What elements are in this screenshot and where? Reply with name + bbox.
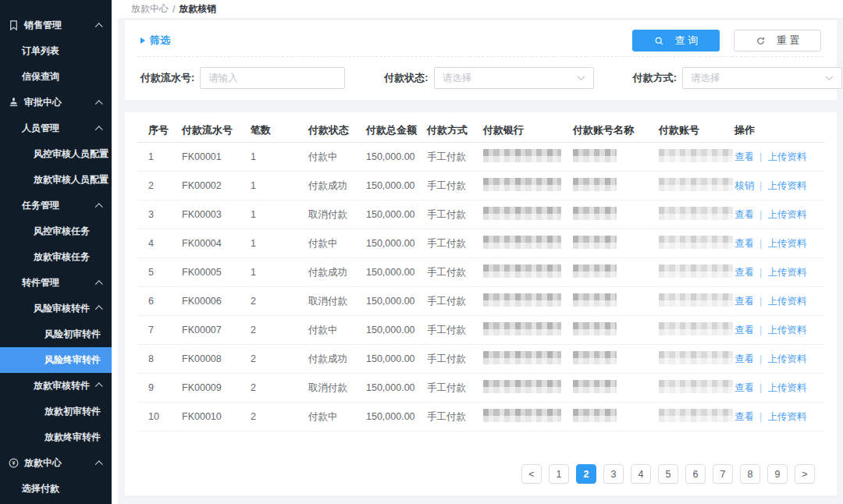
action-link[interactable]: 上传资料	[767, 237, 806, 250]
page-button[interactable]: 1	[549, 464, 569, 484]
action-link[interactable]: 查看	[735, 353, 754, 366]
masked-bank-value	[483, 409, 561, 422]
sidebar-item[interactable]: 风险初审转件	[0, 321, 112, 347]
cell-count: 2	[251, 382, 308, 393]
cell-actions: 查看|上传资料	[735, 237, 825, 250]
masked-account-value	[659, 236, 733, 249]
action-link[interactable]: 查看	[735, 237, 754, 250]
payment-method-placeholder: 请选择	[691, 72, 720, 85]
table-row: 2FK000021付款成功150,000.00手工付款核销|上传资料	[137, 172, 825, 201]
payment-method-select[interactable]: 请选择	[682, 67, 842, 89]
cell-count: 1	[251, 180, 308, 191]
sidebar-item[interactable]: 放款审核转件	[0, 373, 112, 399]
action-link[interactable]: 查看	[735, 295, 754, 308]
sidebar-item[interactable]: 订单列表	[0, 38, 112, 64]
sidebar-item[interactable]: 放款终审转件	[0, 424, 112, 450]
payment-serial-input[interactable]	[208, 68, 336, 88]
app-window: 销售管理订单列表信保查询审批中心人员管理风控审核人员配置放款审核人员配置任务管理…	[0, 0, 843, 504]
masked-account-value	[659, 380, 733, 393]
reset-button[interactable]: 重 置	[734, 30, 821, 51]
sidebar-item[interactable]: 信保查询	[0, 64, 112, 90]
action-link[interactable]: 上传资料	[767, 324, 806, 337]
action-link[interactable]: 查看	[735, 266, 754, 279]
coin-icon: ¥	[8, 457, 20, 469]
cell-serial: FK00007	[182, 325, 251, 335]
cell-amount: 150,000.00	[366, 151, 427, 162]
query-button[interactable]: 查 询	[632, 30, 720, 51]
cell-status: 付款成功	[308, 179, 366, 193]
action-link[interactable]: 查看	[735, 410, 754, 424]
sidebar-item[interactable]: 风控审核任务	[0, 218, 112, 244]
cell-status: 付款中	[308, 410, 366, 424]
action-link[interactable]: 上传资料	[767, 151, 806, 164]
sidebar-item[interactable]: 放款初审转件	[0, 399, 112, 424]
payment-serial-input-wrap	[200, 67, 345, 89]
column-header: 付款账号名称	[573, 123, 659, 137]
cell-index: 2	[148, 180, 182, 191]
filter-form: 付款流水号: 付款状态: 请选择 付款方式: 请选择	[140, 67, 821, 89]
cell-status: 付款成功	[308, 266, 366, 279]
cell-count: 1	[251, 238, 308, 249]
masked-account-name-value	[573, 322, 617, 335]
sidebar-item[interactable]: ¥放款中心	[0, 450, 112, 476]
chevron-up-icon	[95, 382, 103, 390]
filter-toggle[interactable]: 筛选	[140, 34, 170, 48]
action-link[interactable]: 上传资料	[767, 353, 806, 366]
cell-count: 2	[251, 353, 308, 364]
sidebar-item[interactable]: 风险终审转件	[0, 347, 112, 373]
sidebar-item[interactable]: 风控审核人员配置	[0, 141, 112, 167]
page-button[interactable]: 4	[631, 464, 651, 484]
cell-status: 付款成功	[308, 353, 366, 366]
action-link[interactable]: 上传资料	[767, 208, 806, 222]
page-button[interactable]: 2	[576, 464, 596, 484]
cell-amount: 150,000.00	[366, 382, 427, 393]
page-button[interactable]: 7	[713, 464, 733, 484]
action-link[interactable]: 上传资料	[767, 410, 806, 424]
table-panel: 序号付款流水号笔数付款状态付款总金额付款方式付款银行付款账号名称付款账号操作 1…	[125, 112, 837, 495]
cell-status: 付款中	[308, 237, 366, 250]
action-link[interactable]: 上传资料	[767, 266, 806, 279]
page-button[interactable]: 3	[603, 464, 624, 484]
cell-count: 1	[251, 209, 308, 220]
page-button[interactable]: 9	[767, 464, 788, 484]
bookmark-icon	[8, 20, 20, 31]
action-link[interactable]: 查看	[735, 208, 754, 222]
sidebar-item[interactable]: 转件管理	[0, 270, 112, 296]
sidebar-item[interactable]: 选择付款	[0, 476, 112, 502]
sidebar-gutter	[112, 0, 118, 504]
sidebar-item[interactable]: 审批中心	[0, 90, 112, 115]
cell-method: 手工付款	[427, 179, 483, 193]
sidebar-item[interactable]: 任务管理	[0, 193, 112, 218]
masked-bank-value	[483, 149, 561, 162]
chevron-down-icon	[825, 73, 834, 83]
page-button[interactable]: 6	[685, 464, 706, 484]
page-button[interactable]: 5	[658, 464, 678, 484]
masked-account-value	[659, 409, 733, 422]
page-button[interactable]: 8	[740, 464, 760, 484]
action-link[interactable]: 上传资料	[767, 382, 806, 395]
sidebar-item[interactable]: 人员管理	[0, 115, 112, 141]
masked-account-name-value	[573, 380, 617, 393]
payment-status-select[interactable]: 请选择	[434, 67, 594, 89]
sidebar-item-label: 任务管理	[22, 199, 59, 212]
breadcrumb-section[interactable]: 放款中心	[131, 2, 169, 16]
table-header-row: 序号付款流水号笔数付款状态付款总金额付款方式付款银行付款账号名称付款账号操作	[137, 119, 825, 143]
action-link[interactable]: 查看	[735, 382, 754, 395]
cell-count: 1	[251, 151, 308, 162]
action-link[interactable]: 查看	[735, 324, 754, 337]
sidebar-item[interactable]: 放款审核任务	[0, 244, 112, 270]
sidebar-item[interactable]: 放款审核人员配置	[0, 167, 112, 193]
action-link[interactable]: 核销	[735, 179, 754, 193]
query-button-label: 查 询	[675, 34, 699, 48]
action-link[interactable]: 查看	[735, 151, 754, 164]
action-link[interactable]: 上传资料	[767, 295, 806, 308]
sidebar-item[interactable]: 风险审核转件	[0, 296, 112, 321]
cell-index: 4	[148, 238, 182, 249]
page-prev-button[interactable]: <	[521, 464, 542, 484]
sidebar-item-label: 放款初审转件	[44, 405, 101, 418]
action-link[interactable]: 上传资料	[767, 179, 806, 193]
sidebar-item[interactable]: 销售管理	[0, 12, 112, 38]
sidebar-item-label: 审批中心	[24, 96, 62, 109]
page-next-button[interactable]: >	[795, 464, 815, 484]
filter-header: 筛选 查 询 重 置	[140, 25, 821, 56]
